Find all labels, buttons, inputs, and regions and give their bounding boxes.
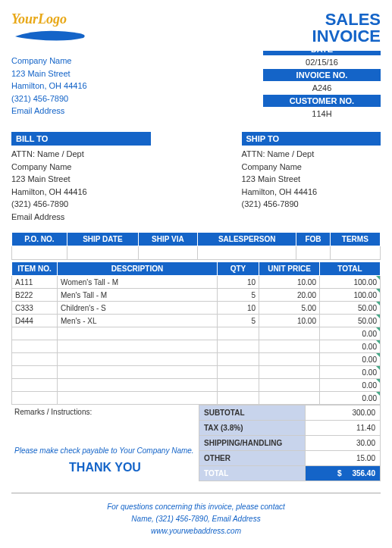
item-no[interactable]: D444 bbox=[12, 315, 58, 327]
item-desc[interactable]: Women's Tall - M bbox=[58, 276, 218, 289]
bill-to-street: 123 Main Street bbox=[11, 173, 151, 186]
ship-to-attn: ATTN: Name / Dept bbox=[242, 148, 381, 161]
footer: For questions concerning this invoice, p… bbox=[11, 493, 381, 537]
item-desc[interactable] bbox=[58, 379, 218, 392]
item-desc[interactable]: Children's - S bbox=[58, 302, 218, 315]
item-total: 100.00 bbox=[320, 289, 381, 302]
item-price[interactable] bbox=[259, 379, 320, 392]
bill-to-email: Email Address bbox=[11, 211, 151, 224]
header: YourLogo SALES INVOICE bbox=[11, 11, 381, 45]
invoice-no-label: INVOICE NO. bbox=[263, 69, 381, 81]
tax-label: TAX (3.8%) bbox=[199, 421, 306, 436]
unitprice-header: UNIT PRICE bbox=[259, 262, 320, 276]
shipdate-cell[interactable] bbox=[67, 246, 139, 260]
item-no[interactable]: B222 bbox=[12, 289, 58, 302]
item-no[interactable] bbox=[12, 379, 58, 392]
order-info-table: P.O. NO. SHIP DATE SHIP VIA SALESPERSON … bbox=[11, 232, 381, 260]
logo: YourLogo bbox=[11, 11, 102, 27]
item-qty[interactable] bbox=[218, 379, 259, 392]
date-value: 02/15/16 bbox=[263, 55, 381, 69]
item-price[interactable] bbox=[259, 366, 320, 379]
item-desc[interactable] bbox=[58, 392, 218, 405]
salesperson-header: SALESPERSON bbox=[198, 233, 296, 246]
item-desc[interactable]: Men's - XL bbox=[58, 315, 218, 327]
item-total: 0.00 bbox=[320, 366, 381, 379]
invoice-no-value: A246 bbox=[263, 81, 381, 95]
item-price[interactable] bbox=[259, 353, 320, 366]
item-price[interactable] bbox=[259, 327, 320, 340]
item-qty[interactable]: 10 bbox=[218, 276, 259, 289]
item-desc[interactable] bbox=[58, 353, 218, 366]
item-desc[interactable] bbox=[58, 327, 218, 340]
item-total: 0.00 bbox=[320, 379, 381, 392]
ship-to-phone: (321) 456-7890 bbox=[242, 198, 381, 211]
customer-no-label: CUSTOMER NO. bbox=[263, 95, 381, 107]
item-price[interactable]: 10.00 bbox=[259, 276, 320, 289]
bill-to-attn: ATTN: Name / Dept bbox=[11, 148, 151, 161]
terms-cell[interactable] bbox=[330, 246, 380, 260]
item-desc[interactable]: Men's Tall - M bbox=[58, 289, 218, 302]
ship-to-block: SHIP TO ATTN: Name / Dept Company Name 1… bbox=[242, 132, 381, 223]
item-qty[interactable] bbox=[218, 340, 259, 353]
footer-web: www.yourwebaddress.com bbox=[11, 525, 381, 537]
total-label: TOTAL bbox=[199, 466, 306, 481]
other-value: 15.00 bbox=[306, 451, 381, 466]
item-qty[interactable] bbox=[218, 353, 259, 366]
item-no[interactable]: C333 bbox=[12, 302, 58, 315]
bill-to-block: BILL TO ATTN: Name / Dept Company Name 1… bbox=[11, 132, 151, 223]
item-qty[interactable] bbox=[218, 392, 259, 405]
bill-to-header: BILL TO bbox=[11, 132, 151, 146]
shipvia-cell[interactable] bbox=[138, 246, 197, 260]
item-no[interactable] bbox=[12, 327, 58, 340]
item-no[interactable] bbox=[12, 340, 58, 353]
item-row-empty: 0.00 bbox=[12, 340, 381, 353]
items-table: ITEM NO. DESCRIPTION QTY UNIT PRICE TOTA… bbox=[11, 261, 381, 405]
bill-to-citystate: Hamilton, OH 44416 bbox=[11, 186, 151, 199]
item-qty[interactable]: 5 bbox=[218, 289, 259, 302]
item-price[interactable] bbox=[259, 340, 320, 353]
shipping-value: 30.00 bbox=[306, 436, 381, 451]
item-qty[interactable] bbox=[218, 366, 259, 379]
total-value: $ 356.40 bbox=[306, 466, 381, 481]
item-qty[interactable] bbox=[218, 327, 259, 340]
item-row-empty: 0.00 bbox=[12, 353, 381, 366]
itemno-header: ITEM NO. bbox=[12, 262, 58, 276]
item-price[interactable]: 5.00 bbox=[259, 302, 320, 315]
fob-cell[interactable] bbox=[296, 246, 330, 260]
other-label: OTHER bbox=[199, 451, 306, 466]
desc-header: DESCRIPTION bbox=[58, 262, 218, 276]
meta-section: DATE 02/15/16 INVOICE NO. A246 CUSTOMER … bbox=[263, 51, 381, 121]
item-price[interactable]: 10.00 bbox=[259, 315, 320, 327]
item-row-empty: 0.00 bbox=[12, 392, 381, 405]
item-desc[interactable] bbox=[58, 340, 218, 353]
item-qty[interactable]: 5 bbox=[218, 315, 259, 327]
item-no[interactable] bbox=[12, 392, 58, 405]
item-row: C333Children's - S105.0050.00 bbox=[12, 302, 381, 315]
salesperson-cell[interactable] bbox=[198, 246, 296, 260]
item-desc[interactable] bbox=[58, 366, 218, 379]
item-row-empty: 0.00 bbox=[12, 379, 381, 392]
order-info-row bbox=[12, 246, 381, 260]
po-cell[interactable] bbox=[12, 246, 67, 260]
shipping-label: SHIPPING/HANDLING bbox=[199, 436, 306, 451]
item-total: 50.00 bbox=[320, 315, 381, 327]
item-no[interactable] bbox=[12, 366, 58, 379]
subtotal-value: 300.00 bbox=[306, 406, 381, 421]
logo-text-your: Your bbox=[11, 11, 38, 27]
item-row-empty: 0.00 bbox=[12, 366, 381, 379]
addresses: BILL TO ATTN: Name / Dept Company Name 1… bbox=[11, 132, 381, 223]
title-line-1: SALES bbox=[312, 11, 381, 28]
invoice-title: SALES INVOICE bbox=[312, 11, 381, 45]
ship-to-header: SHIP TO bbox=[242, 132, 381, 146]
payable-note: Please make check payable to Your Compan… bbox=[14, 446, 196, 455]
item-price[interactable] bbox=[259, 392, 320, 405]
item-row-empty: 0.00 bbox=[12, 327, 381, 340]
item-no[interactable]: A111 bbox=[12, 276, 58, 289]
item-no[interactable] bbox=[12, 353, 58, 366]
bill-to-phone: (321) 456-7890 bbox=[11, 198, 151, 211]
item-total: 0.00 bbox=[320, 353, 381, 366]
item-price[interactable]: 20.00 bbox=[259, 289, 320, 302]
totals-table: SUBTOTAL300.00 TAX (3.8%)11.40 SHIPPING/… bbox=[199, 405, 381, 481]
item-qty[interactable]: 10 bbox=[218, 302, 259, 315]
shipvia-header: SHIP VIA bbox=[138, 233, 197, 246]
